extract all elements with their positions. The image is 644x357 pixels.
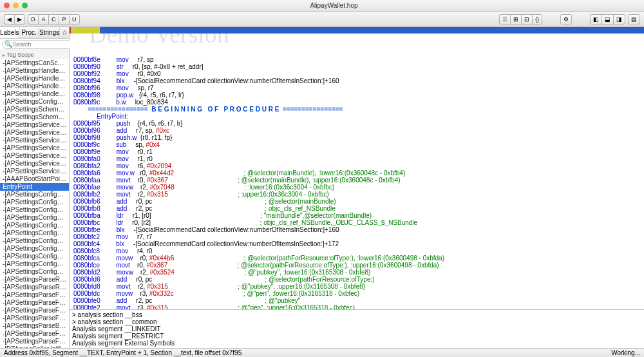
asm-line[interactable]: 0080bf95 push {r4, r5, r6, r7, lr} — [73, 120, 644, 127]
symbol-item[interactable]: -[APSettingsHandleOpenSchemeHa... — [0, 82, 69, 90]
symbol-item[interactable]: -[APSettingsConfigMonitorUrl doSet... — [0, 237, 69, 245]
asm-line[interactable]: 0080bfe0 add r2, pc ; @"pubkey" — [73, 297, 644, 304]
asm-line[interactable]: 0080bf90 str r0, [sp, #-0x8 + ret_addr] — [73, 63, 644, 70]
symbol-item[interactable]: -[APSettingsConfigSafePayUrl doSe... — [0, 229, 69, 237]
symbol-item[interactable]: -[APSettingsParseFailResult initWith... — [0, 291, 69, 299]
asm-line[interactable]: 0080bfb6 add r0, pc ; @selector(mainBund… — [73, 198, 644, 205]
asm-line[interactable]: 0080bfd8 movt r2, #0x315 ; @"pubkey", :u… — [73, 283, 644, 290]
symbol-item[interactable]: -[APSettingsConfigUrlFactory setMr... — [0, 260, 69, 268]
nav-fwd-button[interactable]: ▶ — [14, 14, 25, 24]
panel-right-button[interactable]: ◨ — [613, 14, 625, 24]
mode-a[interactable]: A — [38, 14, 48, 24]
asm-line[interactable]: 0080bfc4 blx -[SocialRecommendCard colle… — [73, 240, 644, 247]
asm-line[interactable]: 0080bfa0 mov r1, r0 — [73, 155, 644, 162]
panel-extra-button[interactable]: ▤ — [628, 14, 640, 24]
asm-line[interactable]: 0080bf98 pop.w {r4, r5, r6, r7, lr} — [73, 92, 644, 99]
symbol-item[interactable]: -[APSettingsParseFactory parseUrl:] — [0, 338, 69, 345]
symbol-item[interactable]: -[APSettingsConfigPushUrl doSetUrl:] — [0, 222, 69, 229]
symbol-item[interactable]: -[APSettingsParseFailResult setFailR... — [0, 307, 69, 314]
symbol-list[interactable]: -[APSettingsCanSchemeHandleParame...-[AP… — [0, 59, 69, 348]
asm-line[interactable]: 0080bf96 add r7, sp, #0xc — [73, 127, 644, 134]
symbol-item[interactable]: -[APSettingsService setEnvName:] — [0, 160, 69, 168]
tab-proc[interactable]: Proc. — [19, 27, 39, 38]
symbol-item[interactable]: -[APSettingsHandleOpenSchemeHa... — [0, 90, 69, 98]
asm-line[interactable]: 0080bfbe blx -[SocialRecommendCard colle… — [73, 226, 644, 233]
asm-line[interactable]: 0080bfbc ldr r0, [r2] ; objc_cls_ref_NSB… — [73, 219, 644, 226]
symbol-item[interactable]: -[AAAPBootStartPoint load] — [0, 175, 69, 183]
mode-p[interactable]: P — [59, 14, 69, 24]
asm-line[interactable]: 0080bfaa movt r0, #0x367 ; @selector(mai… — [73, 177, 644, 184]
symbol-item[interactable]: -[DTAsyncCaller init] — [0, 345, 69, 348]
asm-line[interactable]: 0080bf94 blx -[SocialRecommendCard colle… — [73, 77, 644, 84]
asm-line[interactable]: 0080bfc8 mov r4, r0 — [73, 247, 644, 255]
asm-line[interactable]: 0080bf9c b.w loc_80c834 — [73, 99, 644, 106]
view-hex-button[interactable]: ⊞ — [510, 14, 521, 24]
symbol-item[interactable]: -[APSettingsHandleOpenSchemeHa... — [0, 67, 69, 75]
asm-line[interactable]: 0080bf96 mov sp, r7 — [73, 84, 644, 92]
close-icon[interactable] — [4, 3, 10, 8]
asm-line[interactable]: 0080bfa6 mov.w r0, #0x44d2 ; @selector(m… — [73, 169, 644, 177]
asm-line[interactable]: 0080bfd2 movw r2, #0x3524 ; @"pubkey", :… — [73, 269, 644, 276]
asm-line[interactable]: 0080bfc2 mov r7, r7 — [73, 233, 644, 240]
tab-labels[interactable]: Labels — [0, 27, 19, 38]
view-cfg-button[interactable]: ⊡ — [521, 14, 532, 24]
symbol-item[interactable]: -[APSettingsParseFailResult .cxx_de... — [0, 314, 69, 322]
symbol-item[interactable]: -[APSettingsSchemeHandler handle... — [0, 113, 69, 121]
symbol-item[interactable]: -[APSettingsConfigUrlFactory setGa... — [0, 268, 69, 276]
symbol-item[interactable]: -[APSettingsConfigUrlFactory setUr... — [0, 253, 69, 260]
symbol-item[interactable]: -[APSettingsParseResult setValid:] — [0, 284, 69, 291]
tab-star-icon[interactable]: ☆ — [60, 27, 69, 38]
symbol-item[interactable]: -[APSettingsService .cxx_destruct] — [0, 168, 69, 175]
asm-line[interactable]: 0080bfca movw r0, #0x44b6 ; @selector(pa… — [73, 255, 644, 262]
symbol-item[interactable]: -[APSettingsConfigUrlFactory share... — [0, 245, 69, 253]
panel-left-button[interactable]: ◧ — [590, 14, 601, 24]
symbol-item[interactable]: -[APSettingsConfigPublicServiceGat... — [0, 98, 69, 106]
asm-line[interactable]: 0080bf8e mov r7, sp — [73, 56, 644, 63]
asm-line[interactable]: 0080bfb8 add r2, pc ; objc_cls_ref_NSBun… — [73, 205, 644, 212]
symbol-item[interactable]: -[APSettingsCanSchemeHandleParame... — [0, 59, 69, 67]
asm-line[interactable]: 0080bfce movt r0, #0x367 ; @selector(pat… — [73, 262, 644, 269]
symbol-item[interactable]: -[APSettingsService setMrpcConfig:] — [0, 144, 69, 152]
symbol-item[interactable]: EntryPoint — [0, 183, 69, 191]
asm-line[interactable]: 0080bfa2 mov r6, #0x2094 — [73, 162, 644, 169]
symbol-item[interactable]: -[APSettingsConfigGateway doSetG... — [0, 206, 69, 214]
symbol-item[interactable]: -[APSettingsConfigUrl doSetUrl:] — [0, 191, 69, 198]
asm-line[interactable]: 0080bfae movw r2, #0x7048 ; :lower16:(0x… — [73, 184, 644, 191]
minimize-icon[interactable] — [13, 3, 19, 8]
asm-line[interactable]: 0080bfb2 movt r2, #0x315 ; :upper16:(0x3… — [73, 191, 644, 198]
symbol-item[interactable]: -[APSettingsService envName] — [0, 152, 69, 160]
asm-line[interactable]: 0080bfba ldr r1, [r0] ; "mainBundle",@se… — [73, 212, 644, 219]
symbol-item[interactable]: -[APSettingsParseFactory sharedIns... — [0, 330, 69, 338]
mode-u[interactable]: U — [69, 14, 80, 24]
mode-c[interactable]: C — [48, 14, 59, 24]
asm-line[interactable]: 0080bfd6 add r0, pc ; @selector(pathForR… — [73, 276, 644, 283]
symbol-item[interactable]: -[APSettingsService start] — [0, 121, 69, 129]
asm-line[interactable]: 0080bfdc movw r3, #0x332c ; @"pen", :low… — [73, 290, 644, 297]
asm-line[interactable]: ================ B E G I N N I N G O F P… — [73, 106, 644, 113]
asm-line[interactable]: 0080bf9c sub sp, #0x4 — [73, 141, 644, 148]
disassembly-view[interactable]: Demo Version 0080bf8e mov r7, sp0080bf90… — [70, 34, 644, 309]
view-asm-button[interactable]: ☰ — [499, 14, 510, 24]
asm-line[interactable]: 0080bf98 push.w {r8, r11, fp} — [73, 134, 644, 141]
symbol-item[interactable]: -[APSettingsService setUrlConfig:] — [0, 137, 69, 144]
asm-line[interactable]: 0080bf92 mov r0, #0x0 — [73, 70, 644, 77]
symbol-item[interactable]: -[APSettingsService envName] — [0, 129, 69, 137]
tab-strings[interactable]: Strings — [39, 27, 60, 38]
segment-map[interactable] — [70, 27, 644, 34]
symbol-item[interactable]: -[APSettingsParseResult valid] — [0, 276, 69, 284]
symbol-item[interactable]: -[APSettingsParseFailResult failRes... — [0, 299, 69, 307]
asm-line[interactable]: EntryPoint: — [73, 113, 644, 120]
nav-back-button[interactable]: ◀ — [4, 14, 14, 24]
mode-d[interactable]: D — [28, 14, 38, 24]
tag-scope-header[interactable]: Tag Scope — [0, 50, 69, 59]
symbol-item[interactable]: -[APSettingsHandleOpenSchemeHa... — [0, 75, 69, 82]
asm-line[interactable]: 0080bfe2 movt r3, #0x315 ; @"pen", :uppe… — [73, 304, 644, 309]
symbol-item[interactable]: -[APSettingsParseBase doParseRu:] — [0, 322, 69, 330]
view-pseudo-button[interactable]: {} — [532, 14, 542, 24]
asm-line[interactable]: 0080bf9e mov r0, r1 — [73, 148, 644, 155]
symbol-item[interactable]: -[APSettingsSchemeHandler canHa... — [0, 106, 69, 113]
gear-icon[interactable]: ⚙ — [560, 14, 572, 24]
zoom-icon[interactable] — [22, 3, 28, 8]
panel-bottom-button[interactable]: ⬓ — [601, 14, 613, 24]
symbol-item[interactable]: -[APSettingsConfigMtopEnvironmen... — [0, 198, 69, 206]
